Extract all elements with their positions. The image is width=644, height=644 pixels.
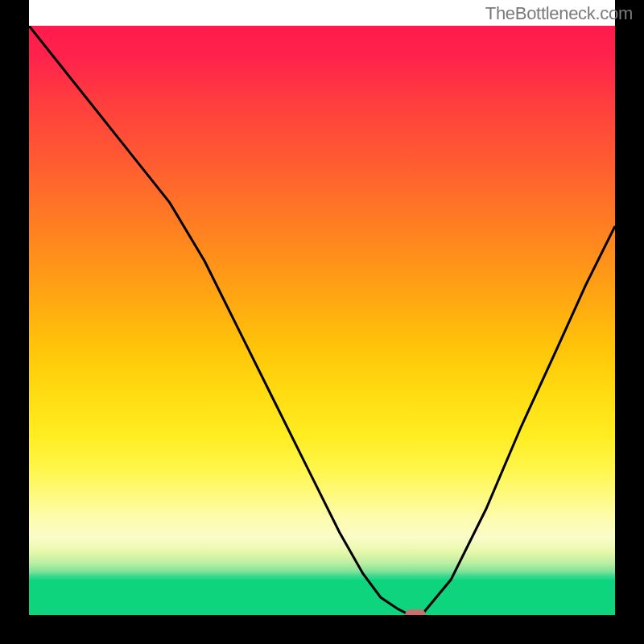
watermark-text: TheBottleneck.com (485, 3, 633, 24)
plot-area (29, 26, 615, 615)
bottleneck-curve-path (29, 26, 615, 615)
optimum-marker (405, 609, 426, 621)
chart-container: TheBottleneck.com (0, 0, 644, 644)
curve-svg (29, 26, 615, 615)
